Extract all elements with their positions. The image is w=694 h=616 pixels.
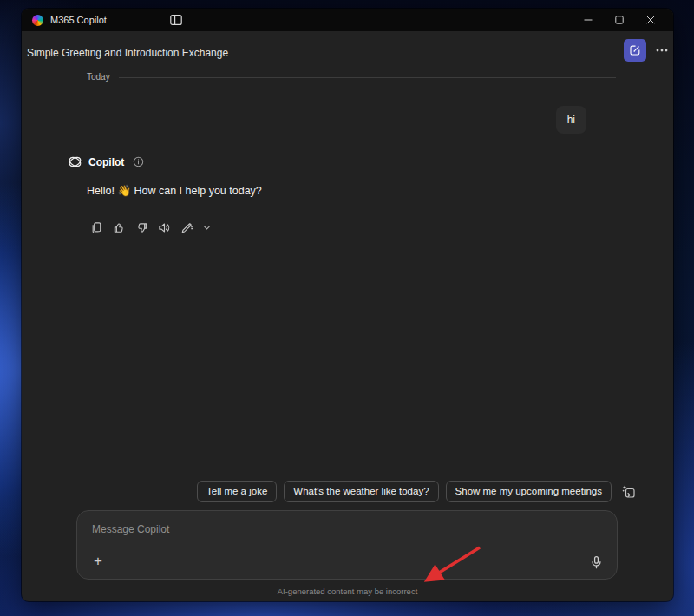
m365-copilot-window: M365 Copilot Simple Greeting and Introdu… (22, 9, 673, 601)
suggestion-chips: Tell me a joke What's the weather like t… (197, 481, 638, 502)
minimize-button[interactable] (573, 9, 604, 31)
chevron-down-icon[interactable] (202, 223, 212, 233)
new-chat-button[interactable] (624, 39, 646, 62)
read-aloud-icon[interactable] (157, 220, 172, 235)
desktop: { "titlebar": { "app_name": "M365 Copilo… (0, 0, 694, 616)
window-controls (573, 9, 666, 31)
app-title: M365 Copilot (50, 15, 107, 25)
copy-icon[interactable] (89, 220, 104, 235)
rewrite-icon[interactable] (180, 220, 194, 235)
thumbs-up-icon[interactable] (112, 220, 127, 235)
thumbs-down-icon[interactable] (134, 220, 149, 235)
suggestion-chip[interactable]: Tell me a joke (197, 481, 277, 502)
copilot-app-icon (32, 15, 43, 26)
more-options-icon[interactable] (653, 42, 671, 59)
maximize-button[interactable] (604, 9, 635, 31)
composer-placeholder: Message Copilot (92, 523, 169, 535)
panel-toggle-icon[interactable] (169, 13, 183, 27)
view-prompts-icon[interactable] (620, 483, 638, 501)
message-composer[interactable]: Message Copilot + (76, 510, 618, 580)
titlebar: M365 Copilot (22, 9, 673, 31)
date-divider-label: Today (87, 72, 110, 82)
close-button[interactable] (635, 9, 666, 31)
assistant-message: Hello! 👋 How can I help you today? (87, 184, 262, 197)
date-divider-line (119, 77, 616, 78)
ai-disclaimer: AI-generated content may be incorrect (22, 587, 673, 596)
user-message-bubble: hi (556, 106, 586, 134)
suggestion-chip[interactable]: What's the weather like today? (284, 481, 438, 502)
conversation-title: Simple Greeting and Introduction Exchang… (27, 47, 228, 59)
suggestion-chip[interactable]: Show me my upcoming meetings (446, 481, 612, 502)
copilot-logo-icon (67, 154, 83, 170)
microphone-icon[interactable] (589, 555, 604, 570)
message-actions (89, 220, 212, 235)
plus-icon[interactable]: + (90, 554, 106, 570)
assistant-name: Copilot (88, 156, 124, 168)
info-icon[interactable] (133, 156, 144, 167)
